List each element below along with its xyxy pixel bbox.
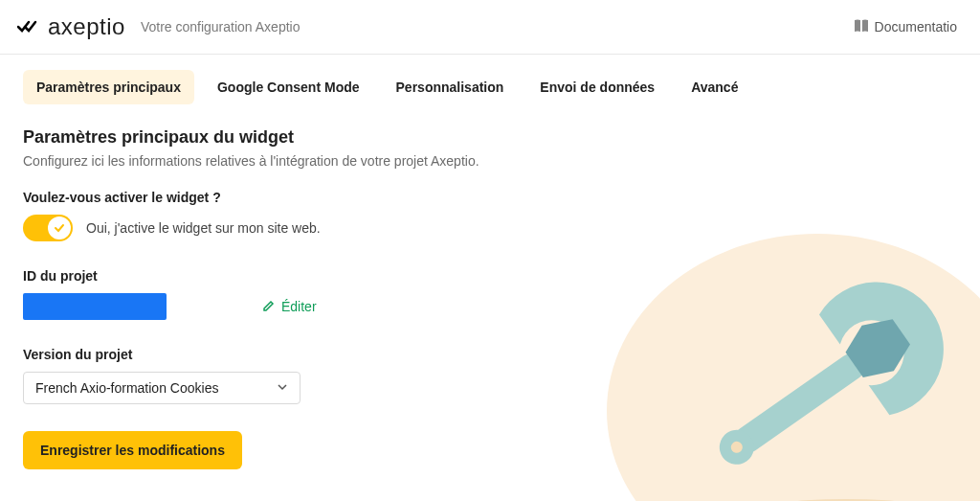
header-left: axeptio Votre configuration Axeptio [17,13,300,40]
logo-checks-icon [17,18,42,35]
project-id-label: ID du projet [23,268,957,284]
header-subtitle: Votre configuration Axeptio [141,19,301,34]
edit-label: Éditer [281,299,317,314]
activate-widget-text: Oui, j'active le widget sur mon site web… [86,220,321,236]
activation-row: Oui, j'active le widget sur mon site web… [23,215,957,241]
tab-avance[interactable]: Avancé [678,70,751,104]
check-icon [54,222,65,234]
tab-parametres-principaux[interactable]: Paramètres principaux [23,70,194,104]
project-version-label: Version du projet [23,347,957,362]
project-version-select[interactable]: French Axio-formation Cookies [23,372,301,404]
brand-logo: axeptio [17,13,125,40]
documentation-label: Documentatio [875,19,957,34]
book-icon [854,19,869,35]
section-title: Paramètres principaux du widget [23,127,957,148]
project-version-selected: French Axio-formation Cookies [35,380,218,396]
svg-point-3 [713,423,761,471]
brand-name: axeptio [48,13,125,40]
header: axeptio Votre configuration Axeptio Docu… [0,0,980,55]
tabs: Paramètres principaux Google Consent Mod… [0,55,980,104]
save-button[interactable]: Enregistrer les modifications [23,431,242,469]
tab-envoi-de-donnees[interactable]: Envoi de données [526,70,668,104]
content: Paramètres principaux du widget Configur… [0,104,980,492]
chevron-down-icon [277,380,288,396]
tab-personnalisation[interactable]: Personnalisation [383,70,518,104]
activate-widget-label: Voulez-vous activer le widget ? [23,190,957,205]
svg-rect-2 [729,349,870,459]
pencil-icon [262,299,276,315]
section-description: Configurez ici les informations relative… [23,153,957,169]
project-id-value [23,293,167,320]
documentation-link[interactable]: Documentatio [854,19,957,35]
project-id-row: Éditer [23,293,957,320]
tab-google-consent-mode[interactable]: Google Consent Mode [204,70,373,104]
edit-project-id-button[interactable]: Éditer [262,299,317,315]
toggle-knob [48,216,71,239]
activate-widget-toggle[interactable] [23,215,73,241]
svg-point-4 [728,439,745,455]
